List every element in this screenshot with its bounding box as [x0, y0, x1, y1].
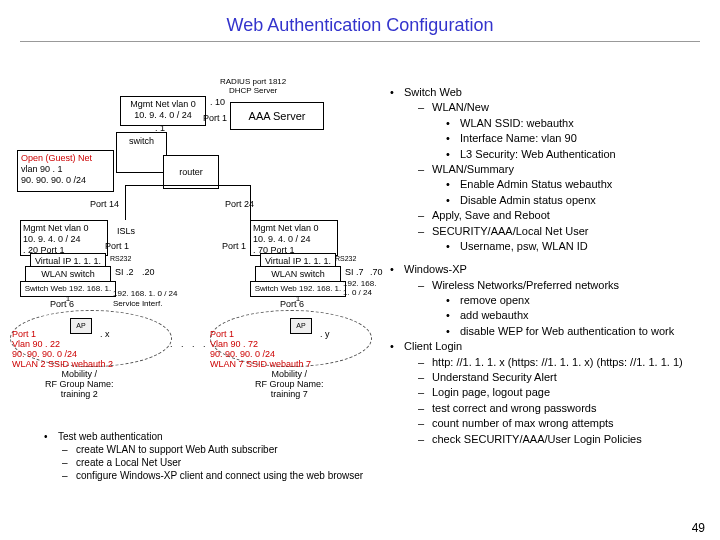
l-mgmt2: 10. 9. 4. 0 / 24: [23, 234, 81, 244]
instructions: Switch Web WLAN/New WLAN SSID: webauthx …: [390, 85, 710, 447]
divider: [20, 41, 700, 42]
b-apr: Apply, Save and Reboot: [418, 208, 710, 223]
b-sw: Switch Web: [404, 86, 462, 98]
b-cl1: http: //1. 1. 1. x (https: //1. 1. 1. x)…: [418, 355, 710, 370]
lap4: WLAN 2 SSID webauth 2: [12, 359, 113, 369]
switch-box: switch: [116, 132, 167, 173]
r-rs232: RS232: [335, 255, 356, 263]
right-mgmt: Mgmt Net vlan 0 10. 9. 4. 0 / 24 . 70 Po…: [250, 220, 338, 256]
b-sec: SECURITY/AAA/Local Net User: [432, 225, 589, 237]
right-mobility: Mobility / RF Group Name: training 7: [255, 370, 324, 400]
b-wn: WLAN/New: [432, 101, 489, 113]
aaa-server-box: AAA Server: [230, 102, 324, 130]
l-svcif: Service Interf.: [113, 300, 162, 309]
l-port1: Port 1: [105, 242, 129, 252]
b-ws: WLAN/Summary: [432, 163, 514, 175]
r-web: Switch Web 192. 168. 1. 1: [250, 281, 346, 297]
dot10: . 10: [210, 98, 225, 108]
b-ws1: Enable Admin Status webauthx: [446, 177, 710, 192]
dotted-link: . . . . .: [170, 340, 220, 350]
l-port6: Port 6: [50, 300, 74, 310]
b-cl5: count number of max wrong attempts: [418, 416, 710, 431]
b-wn1: WLAN SSID: webauthx: [446, 116, 710, 131]
r-mgmt1: Mgmt Net vlan 0: [253, 223, 319, 233]
rap4: WLAN 7 SSID webauth 7: [210, 359, 311, 369]
test-i3: configure Windows-XP client and connect …: [76, 469, 380, 482]
b-cl6: check SECURITY/AAA/User Login Policies: [418, 432, 710, 447]
port1-top: Port 1: [203, 114, 227, 124]
b-cl3: Login page, logout page: [418, 385, 710, 400]
mgmt-top-box: Mgmt Net vlan 0 10. 9. 4. 0 / 24: [120, 96, 206, 126]
b-xp1b: add webauthx: [446, 308, 710, 323]
b-xp1: Wireless Networks/Preferred networks: [432, 279, 619, 291]
b-ws2: Disable Admin status openx: [446, 193, 710, 208]
router-box: router: [163, 155, 219, 189]
rap5: Mobility /: [272, 369, 308, 379]
test-i1: create WLAN to support Web Auth subscrib…: [76, 443, 380, 456]
b-cl2: Understand Security Alert: [418, 370, 710, 385]
b-xp1c: disable WEP for Web authentication to wo…: [446, 324, 710, 339]
rap6: RF Group Name:: [255, 379, 324, 389]
l-subnet: 192. 168. 1. 0 / 24: [113, 290, 178, 299]
r-si7: SI .7: [345, 268, 364, 278]
page-title: Web Authentication Configuration: [0, 0, 720, 41]
guest-vlan: vlan 90: [21, 164, 50, 174]
r-si70: .70: [370, 268, 383, 278]
rap7: training 7: [271, 389, 308, 399]
router-label: router: [179, 167, 203, 177]
b-xp1a: remove openx: [446, 293, 710, 308]
b-wn3: L3 Security: Web Authentication: [446, 147, 710, 162]
guest-title: Open (Guest) Net: [21, 153, 92, 163]
guest-subnet: 90. 90. 90. 0 /24: [21, 175, 86, 185]
lap2: Vlan 90 . 22: [12, 339, 60, 349]
r-port6: Port 6: [280, 300, 304, 310]
r-mgmt2: 10. 9. 4. 0 / 24: [253, 234, 311, 244]
rap1: Port 1: [210, 329, 234, 339]
l-rs232: RS232: [110, 255, 131, 263]
left-mgmt: Mgmt Net vlan 0 10. 9. 4. 0 / 24 . 20 Po…: [20, 220, 108, 256]
guest-dot1: . 1: [53, 164, 63, 174]
lap6: RF Group Name:: [45, 379, 114, 389]
lap3: 90. 90. 90. 0 /24: [12, 349, 77, 359]
left-mobility: Mobility / RF Group Name: training 2: [45, 370, 114, 400]
isls: ISLs: [117, 227, 135, 237]
b-wn2: Interface Name: vlan 90: [446, 131, 710, 146]
mgmt-line2: 10. 9. 4. 0 / 24: [134, 110, 192, 120]
lap1: Port 1: [12, 329, 36, 339]
guest-box: Open (Guest) Net vlan 90 . 1 90. 90. 90.…: [17, 150, 114, 192]
radius-label: RADIUS port 1812 DHCP Server: [220, 78, 286, 96]
network-diagram: RADIUS port 1812 DHCP Server AAA Server …: [0, 50, 380, 490]
switch-label: switch: [129, 136, 154, 146]
b-xp: Windows-XP: [404, 263, 467, 275]
slide-number: 49: [692, 521, 705, 535]
right-doty: . y: [320, 330, 330, 340]
l-web: Switch Web 192. 168. 1. 1: [20, 281, 116, 297]
lap7: training 2: [61, 389, 98, 399]
mgmt-line1: Mgmt Net vlan 0: [130, 99, 196, 109]
lap5: Mobility /: [62, 369, 98, 379]
b-sec1: Username, psw, WLAN ID: [446, 239, 710, 254]
r-port1: Port 1: [222, 242, 246, 252]
r-subnet: 192. 168. 1. 0 / 24: [343, 280, 380, 298]
right-ap-text: Port 1 Vlan 90 . 72 90. 90. 90. 0 /24 WL…: [210, 330, 311, 370]
left-ap-text: Port 1 Vlan 90 . 22 90. 90. 90. 0 /24 WL…: [12, 330, 113, 370]
l-si2: SI .2: [115, 268, 134, 278]
b-cl: Client Login: [404, 340, 462, 352]
rap3: 90. 90. 90. 0 /24: [210, 349, 275, 359]
l-mgmt1: Mgmt Net vlan 0: [23, 223, 89, 233]
l-si20: .20: [142, 268, 155, 278]
test-head: Test web authentication: [58, 431, 163, 442]
test-i2: create a Local Net User: [76, 456, 380, 469]
port14: Port 14: [90, 200, 119, 210]
test-web-auth: Test web authentication create WLAN to s…: [40, 430, 380, 482]
b-cl4: test correct and wrong passwords: [418, 401, 710, 416]
